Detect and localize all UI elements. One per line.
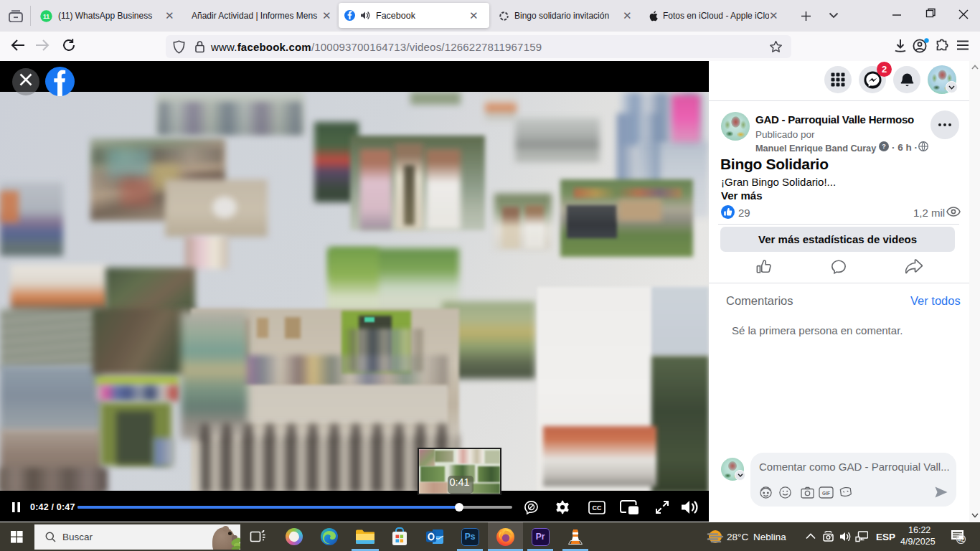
svg-text:11: 11 (43, 12, 50, 19)
svg-text:CC: CC (593, 504, 602, 512)
svg-text:42: 42 (958, 536, 965, 543)
svg-text:GIF: GIF (822, 491, 830, 496)
svg-text:?: ? (882, 143, 886, 150)
